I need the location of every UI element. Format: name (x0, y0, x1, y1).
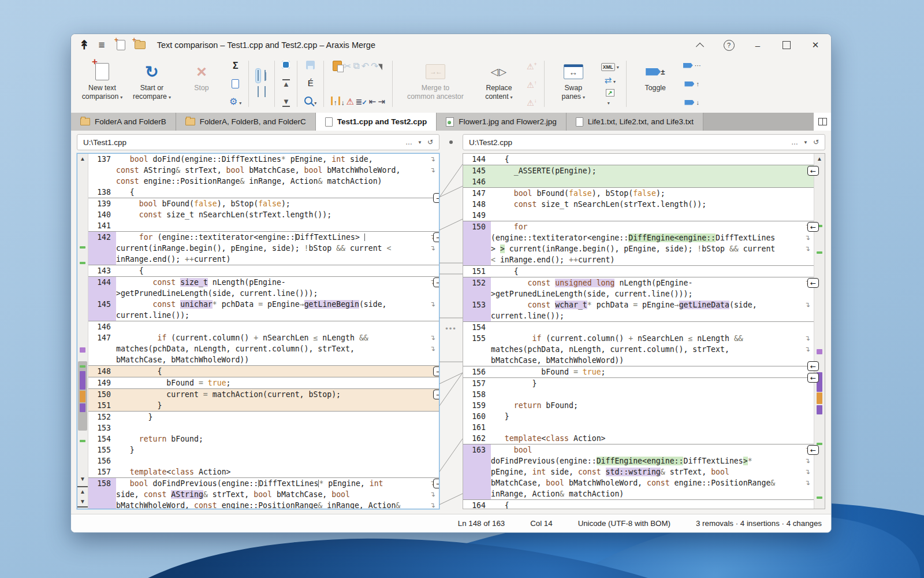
status-bar: Ln 148 of 163 Col 14 Unicode (UTF-8 with… (71, 514, 831, 532)
merge-left-button[interactable]: ← (807, 361, 819, 371)
minimize-button[interactable]: – (747, 37, 769, 53)
merge-left-lines-icon[interactable]: ⇤ (369, 97, 377, 107)
line-number: 162 (463, 433, 491, 444)
next-change-button[interactable]: ↓ (338, 97, 344, 108)
left-file-header[interactable]: U:\Test1.cpp … ▼ ↺ (77, 134, 439, 150)
swap-window-icon: ↔ (564, 64, 583, 79)
find-button[interactable]: ▾ (304, 97, 316, 107)
change-map-mark (80, 440, 85, 442)
swap-panes-button[interactable]: ↔ Swap panes▾ (549, 57, 598, 110)
merge-right-button[interactable]: → (433, 479, 439, 488)
more-changes-button[interactable]: ••• (439, 324, 463, 333)
left-file-path: U:\Test1.cpp (83, 138, 126, 147)
accept-changes-button[interactable]: ≣✓ (356, 97, 367, 107)
scroll-up-icon[interactable]: ▲ (814, 155, 825, 163)
maximize-button[interactable] (776, 37, 798, 53)
merge-right-button[interactable]: → (433, 232, 439, 242)
xml-options-button[interactable]: XML▾ (601, 61, 619, 71)
previous-change-button[interactable]: ↑ (331, 97, 337, 108)
tab-foldera-and-folderb[interactable]: FolderA and FolderB (71, 113, 176, 131)
special-characters-icon[interactable]: É (308, 78, 314, 88)
layout-list-button[interactable] (263, 85, 267, 99)
more-icon[interactable]: … (791, 138, 798, 146)
statistics-icon[interactable]: Σ (233, 61, 239, 71)
merge-left-button[interactable]: ← (807, 445, 819, 455)
merge-left-button[interactable]: ← (807, 278, 819, 288)
code-text: > > current(inRange.begin(), pEngine, si… (491, 243, 801, 254)
code-text: matches(pchData, nLength, current.column… (116, 343, 426, 354)
close-button[interactable]: ✕ (804, 37, 826, 53)
new-comparison-icon[interactable] (117, 40, 125, 50)
code-row: 146 (88, 321, 439, 332)
change-map-mark (80, 365, 85, 368)
go-to-top-button[interactable]: ▲ (282, 79, 290, 88)
next-bookmark-button[interactable]: ↓ (684, 98, 699, 107)
line-number: 151 (463, 266, 491, 277)
go-to-bottom-button[interactable]: ▼ (282, 98, 290, 107)
code-text: inRange.end(); ++current) (116, 254, 439, 265)
merge-right-button[interactable]: → (433, 193, 439, 203)
code-text: bMatchCase, bMatchWholeWord)) (116, 354, 439, 365)
layout-two-pane-button[interactable] (256, 69, 260, 83)
paste-icon[interactable] (333, 61, 342, 71)
line-number (88, 343, 116, 354)
merge-right-lines-icon[interactable]: ⇥ (378, 97, 385, 107)
merge-left-button[interactable]: ← (807, 222, 819, 232)
pane-arrangement-button[interactable] (814, 113, 831, 131)
line-number (88, 176, 116, 187)
replace-content-button[interactable]: ◁▷ Replace content▾ (475, 57, 523, 110)
merge-right-button[interactable]: → (433, 390, 439, 399)
more-icon[interactable]: … (405, 138, 412, 146)
merge-right-button[interactable]: → (433, 366, 439, 376)
scroll-to-top-icon[interactable]: ▲ (77, 486, 88, 496)
tab-flower1-jpg-and-flower2-jpg[interactable]: Flower1.jpg and Flower2.jpg (437, 113, 567, 131)
line-number (463, 466, 491, 477)
merge-right-button[interactable]: → (433, 277, 439, 287)
bookmark-list-button[interactable]: ⋯ (683, 61, 701, 70)
code-text: current.line()); (116, 310, 439, 321)
merge-left-button[interactable]: ← (807, 373, 819, 383)
layout-three-pane-button[interactable] (263, 69, 267, 83)
scroll-down-icon[interactable]: ▼ (77, 475, 88, 483)
selection-icon[interactable] (282, 61, 290, 69)
tab-life1-txt-life2-txt-and-life3-txt[interactable]: Life1.txt, Life2.txt, and Life3.txt (567, 113, 703, 131)
remove-warning-icon[interactable]: ⚠ (346, 97, 353, 107)
tab-foldera-folderb-and-folderc[interactable]: FolderA, FolderB, and FolderC (176, 113, 316, 131)
code-row: const engine::PositionRange& inRange, Ac… (88, 176, 439, 187)
new-text-comparison-button[interactable]: New text comparison▾ (78, 57, 126, 110)
left-change-map[interactable]: ▲ ▼ ▲ ▼ (77, 154, 88, 509)
new-document-icon (95, 63, 109, 80)
collapse-ribbon-button[interactable] (689, 37, 711, 53)
new-folder-comparison-icon[interactable] (135, 41, 146, 49)
previous-bookmark-button[interactable]: ↑ (684, 79, 699, 88)
toggle-bookmark-button[interactable]: ± Toggle (631, 57, 680, 110)
scroll-up-icon[interactable]: ▲ (77, 155, 88, 163)
report-icon[interactable] (232, 79, 239, 88)
help-button[interactable]: ? (718, 37, 740, 53)
line-number: 147 (463, 188, 491, 199)
right-file-header[interactable]: U:\Test2.cpp … ▼ ↺ (463, 134, 825, 150)
change-map-mark (817, 251, 822, 254)
layout-two-row-button[interactable] (256, 85, 260, 99)
history-icon[interactable]: ↺ (813, 138, 819, 146)
tab-test1-cpp-and-test2-cpp[interactable]: Test1.cpp and Test2.cpp (316, 113, 437, 131)
scroll-to-bottom-icon[interactable]: ▼ (77, 498, 88, 507)
code-row: 141 (88, 220, 439, 231)
start-or-recompare-button[interactable]: ↻ Start or recompare▾ (128, 57, 176, 110)
code-text: return bFound; (491, 400, 814, 411)
code-row: 149 bFound = true; (88, 377, 439, 388)
transfer-button[interactable]: ⇄▾ (604, 75, 616, 86)
export-button[interactable]: ↗▾ (606, 89, 614, 107)
merge-left-button[interactable]: ← (807, 166, 819, 176)
settings-button[interactable]: ⚙▾ (229, 96, 241, 107)
code-text: const size_t nSearchLen(strText.length()… (491, 199, 814, 210)
history-icon[interactable]: ↺ (427, 138, 433, 146)
dropdown-icon[interactable]: ▼ (418, 140, 422, 145)
pointer-icon[interactable] (378, 62, 385, 70)
warning-up-icon: ⚠↑ (527, 79, 536, 89)
line-number: 153 (88, 423, 116, 433)
menu-icon[interactable]: ≡ (99, 39, 105, 51)
dropdown-icon[interactable]: ▼ (803, 140, 808, 145)
right-change-map[interactable]: ▲ (814, 154, 825, 509)
line-wrap-icon: ↴ (801, 455, 814, 466)
